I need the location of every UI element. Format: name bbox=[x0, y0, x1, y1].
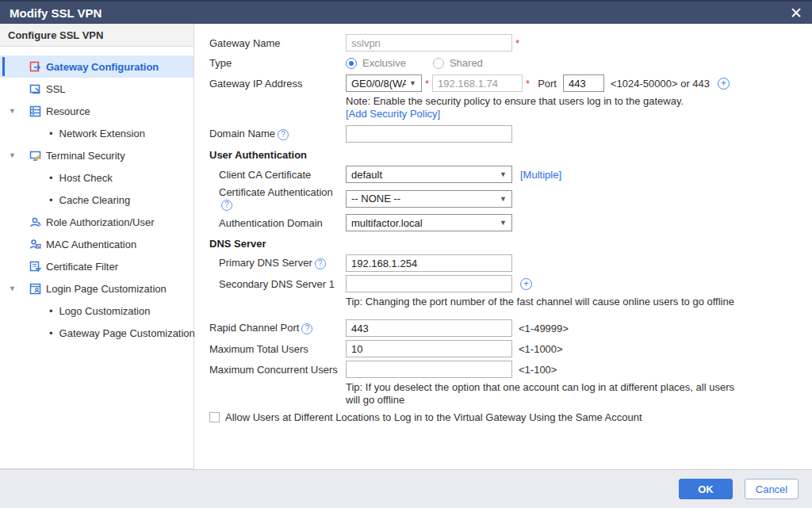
bullet-icon: • bbox=[49, 305, 53, 317]
port-label: Port bbox=[538, 78, 557, 90]
sidebar-item-host-check[interactable]: • Host Check bbox=[0, 166, 193, 189]
sidebar-item-label: Role Authorization/User bbox=[46, 216, 155, 228]
bullet-icon: • bbox=[49, 327, 53, 339]
chevron-down-icon: ▼ bbox=[500, 219, 507, 227]
type-row: Type Exclusive Shared bbox=[209, 55, 812, 71]
port-input[interactable] bbox=[563, 74, 604, 92]
sidebar-item-label: Cache Clearing bbox=[59, 194, 131, 206]
chevron-down-icon[interactable]: ▼ bbox=[9, 285, 16, 292]
fast-channel-tip: Tip: Changing the port number of the fas… bbox=[346, 296, 790, 308]
chevron-down-icon[interactable]: ▼ bbox=[9, 151, 16, 159]
sidebar-item-cache-clearing[interactable]: • Cache Clearing bbox=[0, 189, 193, 211]
sidebar-item-logo-customization[interactable]: • Logo Customization bbox=[0, 300, 193, 322]
radio-dot bbox=[433, 58, 444, 69]
dialog-footer: OK Cancel bbox=[0, 469, 812, 508]
max-concurrent-users-input[interactable] bbox=[346, 361, 512, 378]
same-account-checkbox[interactable] bbox=[209, 412, 220, 422]
sidebar-item-ssl[interactable]: SSL bbox=[0, 78, 193, 100]
ok-button[interactable]: OK bbox=[679, 479, 733, 499]
multiple-link[interactable]: [Multiple] bbox=[520, 169, 561, 181]
cancel-button[interactable]: Cancel bbox=[745, 479, 799, 499]
radio-shared[interactable]: Shared bbox=[433, 57, 483, 69]
certificate-filter-icon bbox=[29, 260, 41, 273]
help-icon[interactable]: ? bbox=[221, 200, 232, 211]
gateway-name-input[interactable] bbox=[346, 34, 512, 52]
auth-domain-select[interactable]: multifactor.local ▼ bbox=[346, 214, 512, 231]
sidebar-item-login-page-customization[interactable]: ▼ Login Page Customization bbox=[0, 277, 193, 300]
resource-icon bbox=[29, 105, 41, 117]
primary-dns-label: Primary DNS Server? bbox=[209, 257, 346, 269]
radio-dot bbox=[346, 58, 357, 69]
sidebar-item-mac-authentication[interactable]: MAC Authentication bbox=[0, 233, 193, 255]
sidebar-item-gateway-page-customization[interactable]: • Gateway Page Customization bbox=[0, 322, 193, 344]
sidebar-item-label: Terminal Security bbox=[46, 150, 125, 162]
certificate-auth-row: Certificate Authentication? -- NONE -- ▼ bbox=[209, 186, 812, 211]
sidebar-item-network-extension[interactable]: • Network Extension bbox=[0, 122, 193, 144]
max-total-users-row: Maximum Total Users <1-1000> bbox=[209, 340, 812, 357]
auth-domain-label: Authentication Domain bbox=[209, 217, 346, 229]
sidebar-item-label: Network Extension bbox=[59, 128, 145, 139]
add-dns-icon[interactable]: + bbox=[520, 278, 532, 290]
type-label: Type bbox=[209, 57, 346, 69]
same-account-checkbox-label: Allow Users at Different Locations to Lo… bbox=[225, 411, 642, 423]
sidebar-item-gateway-configuration[interactable]: Gateway Configuration bbox=[0, 55, 193, 78]
dialog-titlebar: Modify SSL VPN ✕ bbox=[0, 0, 812, 24]
sidebar-item-role-authorization[interactable]: Role Authorization/User bbox=[0, 211, 193, 233]
sidebar-item-label: Logo Customization bbox=[59, 305, 151, 317]
secondary-dns-input[interactable] bbox=[346, 275, 512, 292]
users-icon bbox=[29, 216, 41, 228]
gateway-ip-label: Gateway IP Address bbox=[209, 78, 346, 90]
dialog-title: Modify SSL VPN bbox=[10, 6, 102, 20]
rapid-port-label: Rapid Channel Port? bbox=[209, 322, 346, 334]
required-marker: * bbox=[526, 78, 530, 90]
client-ca-label: Client CA Certificate bbox=[209, 169, 346, 181]
sidebar-item-terminal-security[interactable]: ▼ Terminal Security bbox=[0, 144, 193, 166]
gateway-ip-input[interactable] bbox=[432, 74, 523, 92]
sidebar-item-certificate-filter[interactable]: Certificate Filter bbox=[0, 255, 193, 277]
help-icon[interactable]: ? bbox=[315, 258, 326, 269]
login-page-icon bbox=[29, 282, 41, 295]
primary-dns-input[interactable] bbox=[346, 254, 512, 272]
user-authentication-header: User Authentication bbox=[209, 149, 812, 161]
domain-name-label: Domain Name? bbox=[209, 128, 346, 140]
max-concurrent-users-label: Maximum Concurrent Users bbox=[209, 364, 346, 376]
max-total-users-input[interactable] bbox=[346, 340, 512, 357]
sidebar-tree: Gateway Configuration SSL ▼ Resource • N… bbox=[0, 47, 193, 344]
gateway-name-label: Gateway Name bbox=[209, 37, 346, 49]
bullet-icon: • bbox=[49, 172, 53, 184]
close-icon[interactable]: ✕ bbox=[790, 6, 802, 21]
sidebar-item-label: Gateway Page Customization bbox=[59, 327, 195, 339]
chevron-down-icon[interactable]: ▼ bbox=[9, 107, 16, 115]
sidebar-item-label: Gateway Configuration bbox=[46, 61, 159, 73]
add-gateway-ip-icon[interactable]: + bbox=[718, 78, 730, 90]
bullet-icon: • bbox=[49, 194, 53, 206]
add-security-policy-link[interactable]: [Add Security Policy] bbox=[346, 108, 440, 120]
form-panel: Gateway Name * Type Exclusive Shared Gat… bbox=[194, 24, 812, 469]
radio-shared-label: Shared bbox=[450, 57, 483, 69]
radio-exclusive[interactable]: Exclusive bbox=[346, 57, 406, 69]
auth-domain-select-value: multifactor.local bbox=[351, 217, 496, 229]
sidebar-item-resource[interactable]: ▼ Resource bbox=[0, 100, 193, 122]
help-icon[interactable]: ? bbox=[278, 129, 289, 140]
terminal-security-icon bbox=[29, 149, 41, 162]
sidebar-item-label: MAC Authentication bbox=[46, 239, 136, 250]
gateway-ip-row: Gateway IP Address GE0/0/8(WA ▼ * * Port… bbox=[209, 74, 812, 92]
client-ca-select-value: default bbox=[351, 169, 496, 181]
radio-exclusive-label: Exclusive bbox=[362, 57, 406, 69]
max-total-users-label: Maximum Total Users bbox=[209, 343, 346, 355]
domain-name-input[interactable] bbox=[346, 125, 512, 143]
help-icon[interactable]: ? bbox=[301, 323, 312, 334]
rapid-port-input[interactable] bbox=[346, 319, 512, 337]
ssl-icon bbox=[29, 82, 41, 95]
interface-select[interactable]: GE0/0/8(WA ▼ bbox=[346, 74, 422, 92]
client-ca-select[interactable]: default ▼ bbox=[346, 166, 512, 183]
secondary-dns-row: Secondary DNS Server 1 + bbox=[209, 275, 812, 292]
security-policy-note: Note: Enable the security policy to ensu… bbox=[346, 95, 790, 120]
max-concurrent-users-hint: <1-100> bbox=[519, 364, 557, 376]
certificate-auth-select[interactable]: -- NONE -- ▼ bbox=[346, 190, 512, 208]
interface-select-value: GE0/0/8(WA bbox=[351, 78, 406, 90]
certificate-auth-label: Certificate Authentication? bbox=[209, 186, 346, 211]
offline-tip: Tip: If you deselect the option that one… bbox=[346, 381, 738, 407]
sidebar-header: Configure SSL VPN bbox=[0, 24, 193, 47]
chevron-down-icon: ▼ bbox=[500, 170, 507, 178]
